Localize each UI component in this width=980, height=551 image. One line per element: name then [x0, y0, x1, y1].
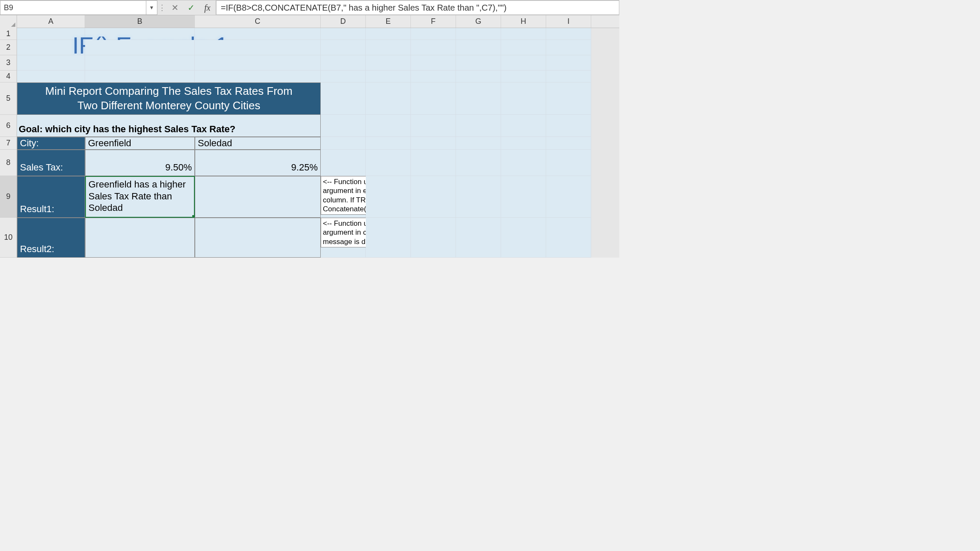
cell-e9[interactable] — [366, 176, 411, 218]
fx-icon[interactable]: fx — [199, 0, 216, 15]
cell-e1[interactable] — [366, 28, 411, 40]
cell-d2[interactable] — [321, 40, 366, 55]
cell-c4[interactable] — [195, 71, 321, 82]
cell-f2[interactable] — [411, 40, 456, 55]
cell-c1[interactable] — [195, 28, 321, 40]
cell-b4[interactable] — [85, 71, 195, 82]
cell-d1[interactable] — [321, 28, 366, 40]
col-header-e[interactable]: E — [366, 15, 411, 28]
col-header-h[interactable]: H — [501, 15, 546, 28]
cell-i9[interactable] — [546, 176, 591, 218]
row-header-4[interactable]: 4 — [0, 71, 17, 82]
cell-a2[interactable]: IF() Example 1 — [17, 40, 85, 55]
cell-d9[interactable]: <-- Function used: IF(logical_test,val_i… — [321, 176, 366, 218]
cell-i1[interactable] — [546, 28, 591, 40]
cell-f6[interactable] — [411, 115, 456, 137]
cell-i10[interactable] — [546, 218, 591, 258]
cell-g7[interactable] — [456, 137, 501, 150]
cell-h2[interactable] — [501, 40, 546, 55]
col-header-g[interactable]: G — [456, 15, 501, 28]
cell-i2[interactable] — [546, 40, 591, 55]
label-city[interactable]: City: — [17, 137, 85, 150]
cell-tax2[interactable]: 9.25% — [195, 150, 321, 176]
cell-h7[interactable] — [501, 137, 546, 150]
col-header-f[interactable]: F — [411, 15, 456, 28]
cell-f3[interactable] — [411, 55, 456, 71]
col-header-a[interactable]: A — [17, 15, 85, 28]
banner-cell[interactable]: Mini Report Comparing The Sales Tax Rate… — [17, 82, 321, 115]
cell-h1[interactable] — [501, 28, 546, 40]
cell-h9[interactable] — [501, 176, 546, 218]
cell-i8[interactable] — [546, 150, 591, 176]
cell-h10[interactable] — [501, 218, 546, 258]
cell-f5[interactable] — [411, 82, 456, 115]
label-result2[interactable]: Result2: — [17, 218, 85, 258]
cell-h6[interactable] — [501, 115, 546, 137]
cell-f9[interactable] — [411, 176, 456, 218]
cell-c3[interactable] — [195, 55, 321, 71]
cell-g2[interactable] — [456, 40, 501, 55]
cell-c10[interactable] — [195, 218, 321, 258]
cell-e10[interactable] — [366, 218, 411, 258]
cell-e8[interactable] — [366, 150, 411, 176]
cell-f8[interactable] — [411, 150, 456, 176]
cell-city2[interactable]: Soledad — [195, 137, 321, 150]
cell-e6[interactable] — [366, 115, 411, 137]
cell-f7[interactable] — [411, 137, 456, 150]
cell-i7[interactable] — [546, 137, 591, 150]
cell-e7[interactable] — [366, 137, 411, 150]
cell-g4[interactable] — [456, 71, 501, 82]
col-header-c[interactable]: C — [195, 15, 321, 28]
formula-input[interactable]: =IF(B8>C8,CONCATENATE(B7," has a higher … — [216, 0, 619, 15]
row-header-7[interactable]: 7 — [0, 137, 17, 150]
name-box-input[interactable] — [0, 0, 146, 15]
row-header-1[interactable]: 1 — [0, 28, 17, 40]
cell-f4[interactable] — [411, 71, 456, 82]
cancel-icon[interactable]: ✕ — [167, 0, 183, 15]
cell-h3[interactable] — [501, 55, 546, 71]
cell-d4[interactable] — [321, 71, 366, 82]
cell-g9[interactable] — [456, 176, 501, 218]
cell-b9-selected[interactable]: Greenfield has a higher Sales Tax Rate t… — [85, 176, 195, 218]
label-sales-tax[interactable]: Sales Tax: — [17, 150, 85, 176]
cell-h5[interactable] — [501, 82, 546, 115]
cell-a4[interactable] — [17, 71, 85, 82]
cell-a1[interactable] — [17, 28, 85, 40]
cell-d3[interactable] — [321, 55, 366, 71]
cell-d5[interactable] — [321, 82, 366, 115]
row-header-2[interactable]: 2 — [0, 40, 17, 55]
cell-h8[interactable] — [501, 150, 546, 176]
cell-b2[interactable] — [85, 40, 195, 55]
cell-b10[interactable] — [85, 218, 195, 258]
cell-d6[interactable] — [321, 115, 366, 137]
cell-f10[interactable] — [411, 218, 456, 258]
row-header-10[interactable]: 10 — [0, 218, 17, 258]
cell-d7[interactable] — [321, 137, 366, 150]
cell-g1[interactable] — [456, 28, 501, 40]
cell-g10[interactable] — [456, 218, 501, 258]
row-header-3[interactable]: 3 — [0, 55, 17, 71]
cell-e3[interactable] — [366, 55, 411, 71]
row-header-5[interactable]: 5 — [0, 82, 17, 115]
cell-g3[interactable] — [456, 55, 501, 71]
cell-city1[interactable]: Greenfield — [85, 137, 195, 150]
cell-b3[interactable] — [85, 55, 195, 71]
cell-g6[interactable] — [456, 115, 501, 137]
cell-d8[interactable] — [321, 150, 366, 176]
col-header-d[interactable]: D — [321, 15, 366, 28]
cell-g8[interactable] — [456, 150, 501, 176]
cell-e4[interactable] — [366, 71, 411, 82]
cell-i3[interactable] — [546, 55, 591, 71]
cell-b1[interactable] — [85, 28, 195, 40]
cell-h4[interactable] — [501, 71, 546, 82]
enter-icon[interactable]: ✓ — [183, 0, 199, 15]
cell-e2[interactable] — [366, 40, 411, 55]
cell-a3[interactable] — [17, 55, 85, 71]
cell-i6[interactable] — [546, 115, 591, 137]
name-box-dropdown-icon[interactable]: ▼ — [146, 0, 157, 15]
cell-d10[interactable]: <-- Function used: IF(logical_test,val_i… — [321, 218, 366, 258]
row-header-6[interactable]: 6 — [0, 115, 17, 137]
cell-i5[interactable] — [546, 82, 591, 115]
cell-f1[interactable] — [411, 28, 456, 40]
cell-c9[interactable] — [195, 176, 321, 218]
